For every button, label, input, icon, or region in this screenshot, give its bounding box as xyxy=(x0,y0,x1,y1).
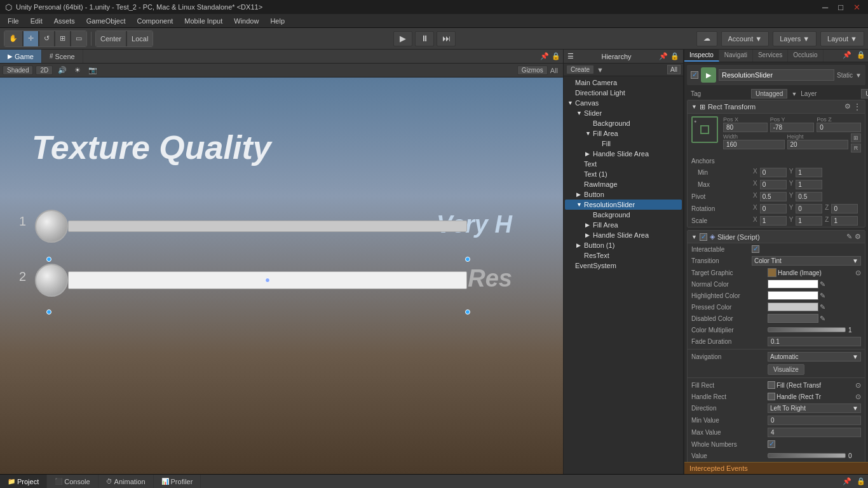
hierarchy-item-4[interactable]: Background xyxy=(565,118,682,128)
hierarchy-lock-icon[interactable]: 🔒 xyxy=(670,52,679,60)
scale-y[interactable] xyxy=(796,216,822,226)
pos-z-input[interactable] xyxy=(817,123,861,132)
hierarchy-item-13[interactable]: Background xyxy=(565,210,682,220)
scale-tool-button[interactable]: ⊞ xyxy=(55,31,70,46)
fill-rect-pick[interactable]: ⊙ xyxy=(855,381,861,390)
hierarchy-create-button[interactable]: Create xyxy=(566,65,594,74)
center-button[interactable]: Center xyxy=(96,31,126,46)
handle-rect-checkbox[interactable] xyxy=(768,393,775,400)
highlighted-color-pick[interactable]: ✎ xyxy=(820,292,825,300)
hierarchy-item-10[interactable]: RawImage xyxy=(565,179,682,189)
menu-item-assets[interactable]: Assets xyxy=(49,16,80,26)
menu-item-window[interactable]: Window xyxy=(229,16,264,26)
layout-button[interactable]: Layout ▼ xyxy=(820,31,864,46)
pause-button[interactable]: ⏸ xyxy=(415,31,434,46)
direction-dropdown[interactable]: Left To Right ▼ xyxy=(768,403,861,413)
shaded-button[interactable]: Shaded xyxy=(3,65,33,75)
disabled-color-swatch[interactable] xyxy=(768,314,818,323)
fill-rect-checkbox[interactable] xyxy=(768,381,775,389)
handle-rect-pick[interactable]: ⊙ xyxy=(855,393,861,401)
hierarchy-pin-icon[interactable]: 📌 xyxy=(659,52,668,60)
active-checkbox[interactable] xyxy=(691,71,698,79)
color-multiplier-slider[interactable] xyxy=(768,327,846,332)
pin-icon[interactable]: 📌 xyxy=(540,52,549,60)
step-button[interactable]: ⏭ xyxy=(437,31,456,46)
hierarchy-item-12[interactable]: ▼ResolutionSlider xyxy=(565,200,682,210)
pivot-y[interactable] xyxy=(796,192,822,201)
hierarchy-item-1[interactable]: Directional Light xyxy=(565,88,682,98)
pos-x-input[interactable] xyxy=(723,123,768,132)
anchor-max-x[interactable] xyxy=(760,180,787,189)
rect-transform-settings-icon[interactable]: ⚙ xyxy=(844,102,851,111)
hand-tool-button[interactable]: ✋ xyxy=(4,31,22,46)
hierarchy-item-0[interactable]: Main Camera xyxy=(565,78,682,88)
value-slider[interactable] xyxy=(768,453,846,458)
anchor-min-x[interactable] xyxy=(760,168,787,177)
whole-numbers-checkbox[interactable] xyxy=(768,440,775,448)
anchor-min-y[interactable] xyxy=(796,168,822,177)
pressed-color-swatch[interactable] xyxy=(768,302,818,311)
play-button[interactable]: ▶ xyxy=(393,31,412,46)
inspector-lock-icon[interactable]: 🔒 xyxy=(854,50,868,62)
menu-item-file[interactable]: File xyxy=(3,16,24,26)
normal-color-pick[interactable]: ✎ xyxy=(820,280,825,288)
menu-item-help[interactable]: Help xyxy=(265,16,290,26)
hierarchy-item-9[interactable]: Text (1) xyxy=(565,169,682,179)
normal-color-swatch[interactable] xyxy=(768,280,818,288)
tab-animation[interactable]: ⏱ Animation xyxy=(98,475,154,488)
hierarchy-item-11[interactable]: ▶Button xyxy=(565,189,682,200)
sun-icon[interactable]: ☀ xyxy=(72,66,83,74)
inspector-tab-navigator[interactable]: Navigati xyxy=(719,50,753,62)
slider-script-edit-icon[interactable]: ✎ xyxy=(846,233,852,241)
scene-view[interactable]: Texture Quality Very H Res 1 2 xyxy=(0,78,563,474)
menu-item-gameobject[interactable]: GameObject xyxy=(81,16,131,26)
inspector-pin-icon[interactable]: 📌 xyxy=(840,50,854,62)
hierarchy-search[interactable]: All xyxy=(667,65,681,74)
menu-item-edit[interactable]: Edit xyxy=(25,16,48,26)
rot-z[interactable] xyxy=(831,204,858,214)
slider-script-header[interactable]: ▼ ◈ Slider (Script) ✎ ⚙ xyxy=(688,231,865,243)
tag-button[interactable]: Untagged xyxy=(751,89,787,98)
r-button[interactable]: R xyxy=(851,144,861,152)
highlighted-color-swatch[interactable] xyxy=(768,291,818,300)
menu-item-mobile-input[interactable]: Mobile Input xyxy=(179,16,227,26)
tab-project[interactable]: 📁 Project xyxy=(0,475,47,488)
audio-icon[interactable]: 🔊 xyxy=(55,66,69,74)
maximize-button[interactable]: □ xyxy=(836,3,846,12)
local-button[interactable]: Local xyxy=(127,31,153,46)
navigation-dropdown[interactable]: Automatic ▼ xyxy=(768,352,861,362)
target-graphic-pick-icon[interactable]: ⊙ xyxy=(855,269,861,277)
titlebar-controls[interactable]: ─ □ ✕ xyxy=(820,3,863,12)
scale-z[interactable] xyxy=(831,216,858,226)
rotate-tool-button[interactable]: ↺ xyxy=(39,31,54,46)
move-tool-button[interactable]: ✛ xyxy=(24,31,38,46)
camera-icon[interactable]: 📷 xyxy=(86,66,100,74)
rect-tool-button[interactable]: ▭ xyxy=(71,31,86,46)
wh-constraint-btn[interactable]: ⊞ xyxy=(851,133,861,142)
layer-button[interactable]: UI xyxy=(861,89,868,98)
inspector-tab-occlusion[interactable]: Occlusio xyxy=(788,50,823,62)
rect-transform-header[interactable]: ▼ ⊞ Rect Transform ⚙ ⋮ xyxy=(688,100,865,114)
object-name-input[interactable] xyxy=(719,69,834,81)
anchor-preset-button[interactable]: ● xyxy=(691,116,718,143)
hierarchy-item-6[interactable]: Fill xyxy=(565,139,682,149)
minimize-button[interactable]: ─ xyxy=(820,3,831,12)
interactable-checkbox[interactable] xyxy=(752,245,759,253)
twod-button[interactable]: 2D xyxy=(36,65,53,75)
hierarchy-item-3[interactable]: ▼Slider xyxy=(565,108,682,118)
gizmos-button[interactable]: Gizmos xyxy=(517,65,548,75)
fade-duration-input[interactable] xyxy=(768,337,861,346)
height-input[interactable] xyxy=(787,140,849,149)
hierarchy-item-14[interactable]: ▶Fill Area xyxy=(565,220,682,230)
close-button[interactable]: ✕ xyxy=(851,3,863,12)
inspector-tab-inspector[interactable]: Inspecto xyxy=(684,50,719,62)
lock-icon[interactable]: 🔒 xyxy=(552,52,560,60)
visualize-button[interactable]: Visualize xyxy=(768,364,804,375)
anchor-max-y[interactable] xyxy=(796,180,822,189)
project-pin-icon[interactable]: 📌 xyxy=(840,476,854,487)
menu-item-component[interactable]: Component xyxy=(132,16,178,26)
pressed-color-pick[interactable]: ✎ xyxy=(820,303,825,311)
rot-x[interactable] xyxy=(760,204,787,214)
tab-game[interactable]: ▶ Game xyxy=(0,50,42,63)
width-input[interactable] xyxy=(723,140,785,149)
